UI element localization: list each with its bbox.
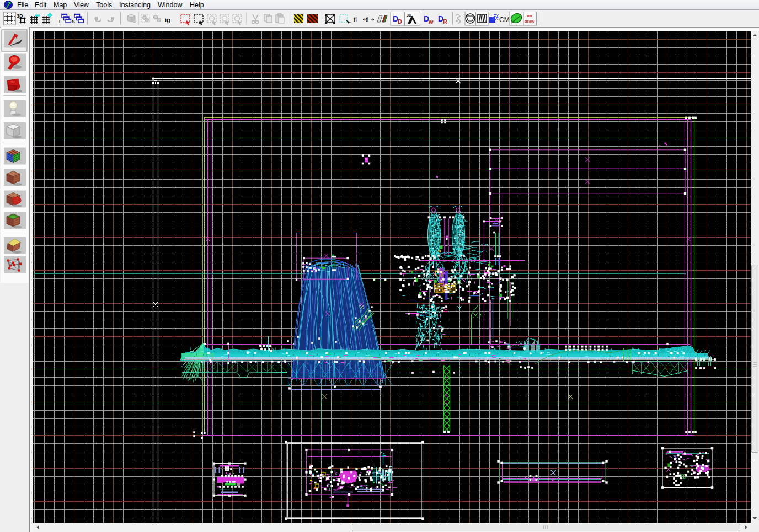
svg-text:tl: tl xyxy=(366,17,368,23)
svg-text:S: S xyxy=(72,19,75,24)
svg-text:3D: 3D xyxy=(17,13,23,19)
svg-text:no: no xyxy=(527,13,532,18)
svg-text:CM: CM xyxy=(499,16,510,24)
svg-text:tl: tl xyxy=(354,16,357,24)
svg-text:D: D xyxy=(398,18,402,25)
svg-text:ig: ig xyxy=(165,17,170,23)
svg-text:3D: 3D xyxy=(407,13,411,17)
svg-text:L: L xyxy=(59,19,62,24)
svg-text:R: R xyxy=(443,18,447,25)
svg-text:draw: draw xyxy=(525,19,535,24)
svg-text:w: w xyxy=(428,18,434,25)
